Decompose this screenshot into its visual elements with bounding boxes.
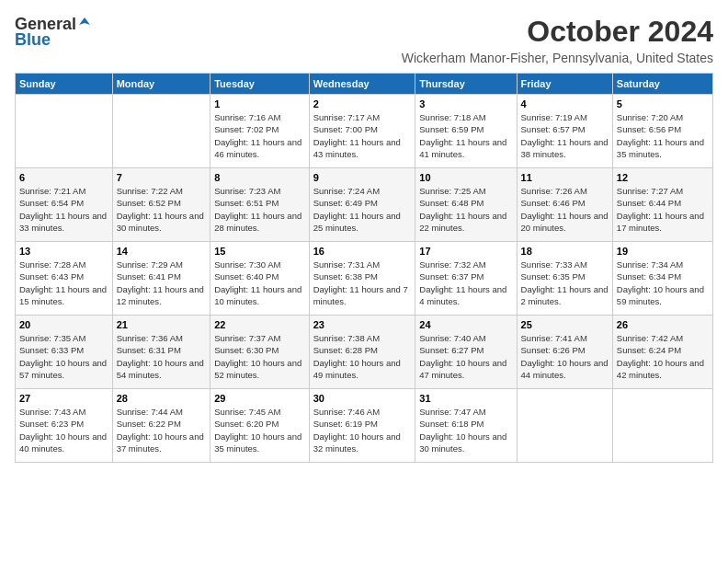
calendar-cell: 10Sunrise: 7:25 AM Sunset: 6:48 PM Dayli… xyxy=(415,168,517,242)
day-number: 16 xyxy=(313,246,412,257)
calendar-cell xyxy=(612,389,712,463)
day-number: 17 xyxy=(419,246,512,257)
calendar-cell: 17Sunrise: 7:32 AM Sunset: 6:37 PM Dayli… xyxy=(415,242,517,316)
calendar-cell: 31Sunrise: 7:47 AM Sunset: 6:18 PM Dayli… xyxy=(415,389,517,463)
week-row-4: 20Sunrise: 7:35 AM Sunset: 6:33 PM Dayli… xyxy=(16,316,713,389)
calendar-cell: 1Sunrise: 7:16 AM Sunset: 7:02 PM Daylig… xyxy=(210,95,310,168)
day-number: 25 xyxy=(521,319,609,330)
day-number: 14 xyxy=(117,246,207,257)
week-row-3: 13Sunrise: 7:28 AM Sunset: 6:43 PM Dayli… xyxy=(16,242,713,316)
day-info: Sunrise: 7:45 AM Sunset: 6:20 PM Dayligh… xyxy=(214,406,305,454)
day-number: 27 xyxy=(19,393,108,404)
day-info: Sunrise: 7:18 AM Sunset: 6:59 PM Dayligh… xyxy=(419,111,512,160)
calendar-cell: 19Sunrise: 7:34 AM Sunset: 6:34 PM Dayli… xyxy=(612,242,712,316)
calendar-cell: 13Sunrise: 7:28 AM Sunset: 6:43 PM Dayli… xyxy=(16,242,113,316)
calendar-cell: 6Sunrise: 7:21 AM Sunset: 6:54 PM Daylig… xyxy=(16,168,113,242)
day-number: 10 xyxy=(419,172,512,183)
day-number: 3 xyxy=(419,98,512,109)
day-number: 13 xyxy=(19,246,108,257)
day-info: Sunrise: 7:20 AM Sunset: 6:56 PM Dayligh… xyxy=(617,111,709,160)
calendar-cell: 5Sunrise: 7:20 AM Sunset: 6:56 PM Daylig… xyxy=(612,95,712,168)
day-number: 20 xyxy=(19,319,108,330)
day-info: Sunrise: 7:31 AM Sunset: 6:38 PM Dayligh… xyxy=(313,259,412,307)
day-info: Sunrise: 7:37 AM Sunset: 6:30 PM Dayligh… xyxy=(214,332,305,381)
day-info: Sunrise: 7:46 AM Sunset: 6:19 PM Dayligh… xyxy=(313,406,412,454)
calendar-cell: 22Sunrise: 7:37 AM Sunset: 6:30 PM Dayli… xyxy=(210,316,310,389)
calendar-cell: 18Sunrise: 7:33 AM Sunset: 6:35 PM Dayli… xyxy=(517,242,612,316)
day-info: Sunrise: 7:26 AM Sunset: 6:46 PM Dayligh… xyxy=(521,185,609,234)
day-info: Sunrise: 7:47 AM Sunset: 6:18 PM Dayligh… xyxy=(419,406,512,454)
day-number: 29 xyxy=(214,393,305,404)
header-tuesday: Tuesday xyxy=(210,74,310,95)
day-number: 8 xyxy=(214,172,305,183)
calendar-cell: 2Sunrise: 7:17 AM Sunset: 7:00 PM Daylig… xyxy=(309,95,415,168)
calendar-cell: 16Sunrise: 7:31 AM Sunset: 6:38 PM Dayli… xyxy=(309,242,415,316)
day-info: Sunrise: 7:34 AM Sunset: 6:34 PM Dayligh… xyxy=(617,259,709,307)
day-number: 15 xyxy=(214,246,305,257)
calendar-cell: 7Sunrise: 7:22 AM Sunset: 6:52 PM Daylig… xyxy=(112,168,210,242)
day-info: Sunrise: 7:23 AM Sunset: 6:51 PM Dayligh… xyxy=(214,185,305,234)
day-info: Sunrise: 7:21 AM Sunset: 6:54 PM Dayligh… xyxy=(19,185,108,234)
day-info: Sunrise: 7:22 AM Sunset: 6:52 PM Dayligh… xyxy=(117,185,207,234)
calendar-table: SundayMondayTuesdayWednesdayThursdayFrid… xyxy=(15,73,713,463)
day-info: Sunrise: 7:44 AM Sunset: 6:22 PM Dayligh… xyxy=(117,406,207,454)
day-number: 24 xyxy=(419,319,512,330)
day-number: 30 xyxy=(313,393,412,404)
day-info: Sunrise: 7:36 AM Sunset: 6:31 PM Dayligh… xyxy=(117,332,207,381)
title-area: October 2024 Wickerham Manor-Fisher, Pen… xyxy=(402,15,713,65)
calendar-cell: 3Sunrise: 7:18 AM Sunset: 6:59 PM Daylig… xyxy=(415,95,517,168)
calendar-cell: 11Sunrise: 7:26 AM Sunset: 6:46 PM Dayli… xyxy=(517,168,612,242)
calendar-cell: 9Sunrise: 7:24 AM Sunset: 6:49 PM Daylig… xyxy=(309,168,415,242)
logo: General Blue xyxy=(15,15,92,50)
calendar-cell: 15Sunrise: 7:30 AM Sunset: 6:40 PM Dayli… xyxy=(210,242,310,316)
header-row: SundayMondayTuesdayWednesdayThursdayFrid… xyxy=(16,74,713,95)
day-number: 5 xyxy=(617,98,709,109)
week-row-5: 27Sunrise: 7:43 AM Sunset: 6:23 PM Dayli… xyxy=(16,389,713,463)
day-info: Sunrise: 7:33 AM Sunset: 6:35 PM Dayligh… xyxy=(521,259,609,307)
calendar-cell: 25Sunrise: 7:41 AM Sunset: 6:26 PM Dayli… xyxy=(517,316,612,389)
day-number: 4 xyxy=(521,98,609,109)
location-title: Wickerham Manor-Fisher, Pennsylvania, Un… xyxy=(402,51,713,65)
month-title: October 2024 xyxy=(402,15,713,49)
header-monday: Monday xyxy=(112,74,210,95)
day-info: Sunrise: 7:38 AM Sunset: 6:28 PM Dayligh… xyxy=(313,332,412,381)
day-number: 2 xyxy=(313,98,412,109)
calendar-cell xyxy=(517,389,612,463)
week-row-2: 6Sunrise: 7:21 AM Sunset: 6:54 PM Daylig… xyxy=(16,168,713,242)
calendar-cell: 12Sunrise: 7:27 AM Sunset: 6:44 PM Dayli… xyxy=(612,168,712,242)
calendar-cell: 23Sunrise: 7:38 AM Sunset: 6:28 PM Dayli… xyxy=(309,316,415,389)
day-info: Sunrise: 7:28 AM Sunset: 6:43 PM Dayligh… xyxy=(19,259,108,307)
calendar-cell: 29Sunrise: 7:45 AM Sunset: 6:20 PM Dayli… xyxy=(210,389,310,463)
day-info: Sunrise: 7:43 AM Sunset: 6:23 PM Dayligh… xyxy=(19,406,108,454)
day-info: Sunrise: 7:32 AM Sunset: 6:37 PM Dayligh… xyxy=(419,259,512,307)
header-thursday: Thursday xyxy=(415,74,517,95)
day-info: Sunrise: 7:42 AM Sunset: 6:24 PM Dayligh… xyxy=(617,332,709,381)
day-number: 22 xyxy=(214,319,305,330)
day-number: 28 xyxy=(117,393,207,404)
calendar-cell xyxy=(16,95,113,168)
calendar-cell: 28Sunrise: 7:44 AM Sunset: 6:22 PM Dayli… xyxy=(112,389,210,463)
day-info: Sunrise: 7:40 AM Sunset: 6:27 PM Dayligh… xyxy=(419,332,512,381)
day-info: Sunrise: 7:35 AM Sunset: 6:33 PM Dayligh… xyxy=(19,332,108,381)
day-number: 31 xyxy=(419,393,512,404)
day-number: 19 xyxy=(617,246,709,257)
day-info: Sunrise: 7:19 AM Sunset: 6:57 PM Dayligh… xyxy=(521,111,609,160)
logo-bird-icon xyxy=(77,16,92,30)
page-header: General Blue October 2024 Wickerham Mano… xyxy=(15,15,713,65)
day-number: 23 xyxy=(313,319,412,330)
svg-marker-0 xyxy=(79,17,90,25)
calendar-cell: 20Sunrise: 7:35 AM Sunset: 6:33 PM Dayli… xyxy=(16,316,113,389)
day-number: 12 xyxy=(617,172,709,183)
day-number: 1 xyxy=(214,98,305,109)
day-number: 21 xyxy=(117,319,207,330)
calendar-cell: 27Sunrise: 7:43 AM Sunset: 6:23 PM Dayli… xyxy=(16,389,113,463)
day-info: Sunrise: 7:41 AM Sunset: 6:26 PM Dayligh… xyxy=(521,332,609,381)
day-info: Sunrise: 7:25 AM Sunset: 6:48 PM Dayligh… xyxy=(419,185,512,234)
calendar-cell: 24Sunrise: 7:40 AM Sunset: 6:27 PM Dayli… xyxy=(415,316,517,389)
logo-blue: Blue xyxy=(15,30,51,50)
day-info: Sunrise: 7:16 AM Sunset: 7:02 PM Dayligh… xyxy=(214,111,305,160)
day-number: 6 xyxy=(19,172,108,183)
day-number: 7 xyxy=(117,172,207,183)
day-number: 11 xyxy=(521,172,609,183)
day-info: Sunrise: 7:29 AM Sunset: 6:41 PM Dayligh… xyxy=(117,259,207,307)
